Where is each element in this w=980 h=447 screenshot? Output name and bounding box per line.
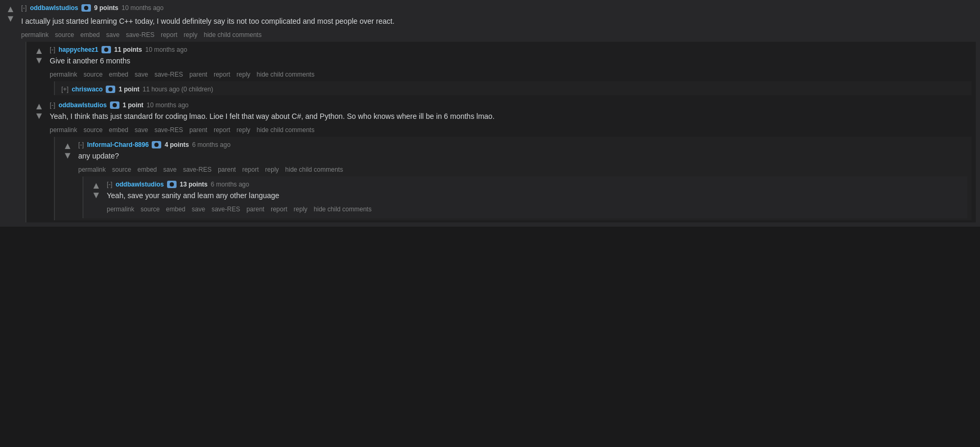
ggc1-parent[interactable]: parent [246, 206, 264, 213]
c1-source[interactable]: source [84, 71, 103, 78]
child-1-inner: ▲ ▼ [-] happycheez1 11 points 10 months … [26, 42, 976, 97]
c1-report[interactable]: report [214, 71, 230, 78]
c2-parent[interactable]: parent [189, 126, 207, 134]
downvote-child2[interactable]: ▼ [34, 111, 44, 120]
upvote-child2[interactable]: ▲ [34, 101, 44, 111]
child2-timestamp: 10 months ago [146, 101, 188, 109]
action-report[interactable]: report [161, 31, 177, 39]
child2-body: Yeah, I think thats just standard for co… [50, 111, 972, 122]
downvote-ggc1[interactable]: ▼ [91, 190, 101, 200]
ggc1-hide[interactable]: hide child comments [314, 206, 372, 213]
ggc1-reply[interactable]: reply [294, 206, 308, 213]
ggc1-source[interactable]: source [141, 206, 160, 213]
grandchild-2-inner: ▲ ▼ [-] Informal-Chard-8896 4 points 6 m… [55, 137, 972, 220]
gc2-embed[interactable]: embed [137, 166, 157, 173]
expand-button[interactable]: [-] [21, 4, 27, 12]
child2-username[interactable]: oddbawlstudios [59, 101, 107, 109]
gc2-hide[interactable]: hide child comments [285, 166, 343, 173]
ggc1-save[interactable]: save [192, 206, 205, 213]
child-2-inner: ▲ ▼ [-] oddbawlstudios 1 point 10 months… [26, 97, 976, 222]
child-comment-2: ▲ ▼ [-] oddbawlstudios 1 point 10 months… [25, 97, 976, 222]
expand-gc2[interactable]: [-] [78, 141, 84, 148]
downvote-child1[interactable]: ▼ [34, 55, 44, 65]
top-points: 9 points [94, 4, 118, 12]
gc2-timestamp: 6 months ago [192, 141, 230, 148]
c1-parent[interactable]: parent [189, 71, 207, 78]
top-comment-row: ▲ ▼ [-] oddbawlstudios 9 points 10 month… [4, 4, 976, 42]
c2-permalink[interactable]: permalink [50, 126, 77, 134]
child-2-content: [-] oddbawlstudios 1 point 10 months ago… [50, 101, 972, 137]
c1-embed[interactable]: embed [109, 71, 128, 78]
gc2-source[interactable]: source [112, 166, 131, 173]
gc2-permalink[interactable]: permalink [78, 166, 106, 173]
great-grandchild-1: ▲ ▼ [-] oddbawlstudios 13 points [82, 176, 967, 218]
ggc1-timestamp: 6 months ago [211, 181, 249, 188]
upvote-ggc1[interactable]: ▲ [91, 181, 101, 190]
top-comment-content: [-] oddbawlstudios 9 points 10 months ag… [21, 4, 976, 42]
c2-source[interactable]: source [84, 126, 103, 134]
child1-username[interactable]: happycheez1 [59, 46, 98, 53]
action-embed[interactable]: embed [80, 31, 100, 39]
ggc1-embed[interactable]: embed [166, 206, 186, 213]
karma-icon-grandchild1 [106, 86, 115, 93]
action-save-res[interactable]: save-RES [126, 31, 154, 39]
c1-save[interactable]: save [135, 71, 148, 78]
gc2-reply[interactable]: reply [265, 166, 279, 173]
c2-embed[interactable]: embed [109, 126, 128, 134]
action-hide-child-comments[interactable]: hide child comments [204, 31, 262, 39]
ggc1-permalink[interactable]: permalink [107, 206, 134, 213]
c1-reply[interactable]: reply [237, 71, 251, 78]
ggc1-report[interactable]: report [271, 206, 287, 213]
expand-child2[interactable]: [-] [50, 101, 56, 109]
ggc1-header: [-] oddbawlstudios 13 points 6 months ag… [107, 181, 963, 188]
vote-arrows-child2: ▲ ▼ [33, 101, 45, 120]
child-1-content: [-] happycheez1 11 points 10 months ago … [50, 46, 972, 81]
upvote-gc2[interactable]: ▲ [63, 141, 72, 151]
grandchild1-username[interactable]: chriswaco [72, 86, 103, 93]
action-reply[interactable]: reply [184, 31, 198, 39]
action-save[interactable]: save [106, 31, 119, 39]
c2-save-res[interactable]: save-RES [154, 126, 183, 134]
gc2-save-res[interactable]: save-RES [183, 166, 211, 173]
c2-hide[interactable]: hide child comments [257, 126, 315, 134]
grandchild-2: ▲ ▼ [-] Informal-Chard-8896 4 points 6 m… [54, 137, 972, 220]
child-1-row: ▲ ▼ [-] happycheez1 11 points 10 months … [33, 46, 972, 81]
gc2-username[interactable]: Informal-Chard-8896 [87, 141, 149, 148]
child-2-row: ▲ ▼ [-] oddbawlstudios 1 point 10 months… [33, 101, 972, 137]
action-permalink[interactable]: permalink [21, 31, 49, 39]
karma-icon-ggc1 [167, 181, 177, 188]
top-username[interactable]: oddbawlstudios [30, 4, 78, 12]
c1-hide[interactable]: hide child comments [257, 71, 315, 78]
gc2-save[interactable]: save [163, 166, 177, 173]
expand-child1[interactable]: [-] [50, 46, 56, 53]
gc2-points: 4 points [164, 141, 189, 148]
vote-arrows-top: ▲ ▼ [4, 4, 17, 23]
c1-save-res[interactable]: save-RES [154, 71, 183, 78]
c1-permalink[interactable]: permalink [50, 71, 77, 78]
ggc1-save-res[interactable]: save-RES [211, 206, 240, 213]
child-comment-1: ▲ ▼ [-] happycheez1 11 points 10 months … [25, 42, 976, 97]
karma-icon-child1 [101, 46, 111, 53]
upvote-child1[interactable]: ▲ [34, 46, 44, 55]
ggc1-actions: permalink source embed save save-RES par… [107, 206, 963, 213]
vote-arrows-ggc1: ▲ ▼ [90, 181, 103, 200]
downvote-button[interactable]: ▼ [6, 14, 15, 23]
c2-reply[interactable]: reply [237, 126, 251, 134]
expand-ggc1[interactable]: [-] [107, 181, 113, 188]
grandchild-2-row: ▲ ▼ [-] Informal-Chard-8896 4 points 6 m… [61, 141, 967, 176]
expand-grandchild1[interactable]: [+] [61, 86, 69, 93]
grandchild-1-inner: [+] chriswaco 1 point 11 hours ago (0 ch… [55, 81, 972, 95]
grandchild1-timestamp: 11 hours ago (0 children) [143, 86, 213, 93]
upvote-button[interactable]: ▲ [6, 4, 15, 14]
c2-save[interactable]: save [135, 126, 148, 134]
gc2-report[interactable]: report [242, 166, 258, 173]
gc2-actions: permalink source embed save save-RES par… [78, 166, 967, 173]
action-source[interactable]: source [55, 31, 74, 39]
c2-report[interactable]: report [214, 126, 230, 134]
downvote-gc2[interactable]: ▼ [63, 151, 72, 160]
ggc1-username[interactable]: oddbawlstudios [116, 181, 164, 188]
grandchild-1-collapsed: [+] chriswaco 1 point 11 hours ago (0 ch… [54, 81, 972, 95]
top-comment-header: [-] oddbawlstudios 9 points 10 months ag… [21, 4, 976, 12]
gc2-parent[interactable]: parent [218, 166, 236, 173]
top-comment-section: ▲ ▼ [-] oddbawlstudios 9 points 10 month… [0, 0, 980, 227]
